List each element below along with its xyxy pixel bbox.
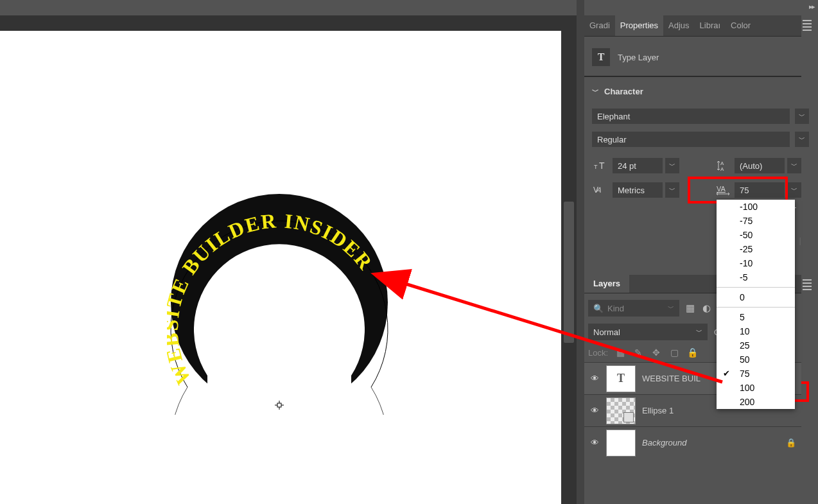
layer-thumbnail[interactable] xyxy=(606,397,636,424)
blend-mode-select[interactable]: Normal ﹀ xyxy=(588,324,708,340)
kerning-value: Metrics xyxy=(618,186,645,195)
layers-filter-placeholder: Kind xyxy=(607,304,624,313)
layer-name[interactable]: Ellipse 1 xyxy=(642,406,674,415)
leading-dropdown-button[interactable]: ﹀ xyxy=(787,158,801,173)
path-anchor-handle[interactable] xyxy=(275,401,284,410)
font-family-value: Elephant xyxy=(597,112,630,121)
visibility-toggle-icon[interactable]: 👁 xyxy=(589,374,600,383)
lock-all-icon[interactable]: 🔒 xyxy=(686,347,698,358)
leading-input[interactable]: (Auto) xyxy=(735,158,785,173)
kerning-icon: VA xyxy=(592,182,610,198)
svg-text:A: A xyxy=(720,166,724,171)
visibility-toggle-icon[interactable]: 👁 xyxy=(589,438,600,448)
tracking-option[interactable]: -25 xyxy=(717,242,795,256)
panel-divider-icon: | xyxy=(799,236,801,245)
svg-text:A: A xyxy=(720,161,724,166)
layers-filter-kind[interactable]: 🔍 Kind ﹀ xyxy=(588,300,679,317)
layer-thumbnail[interactable]: T xyxy=(606,365,636,392)
svg-rect-3 xyxy=(277,403,281,407)
kerning-dropdown-button[interactable]: ﹀ xyxy=(665,182,679,198)
curved-text-artwork[interactable]: WEBSITE BUILDER INSIDER xyxy=(167,190,392,415)
layer-item-background[interactable]: 👁 Background 🔒 xyxy=(584,426,801,458)
tab-gradient[interactable]: Gradi xyxy=(584,15,615,36)
tracking-option[interactable]: -100 xyxy=(717,200,795,214)
tracking-option[interactable]: 50 xyxy=(717,352,795,367)
panel-tabs: Gradi Properties Adjus Libraı Color xyxy=(584,15,801,37)
font-style-row: Regular ﹀ xyxy=(584,128,809,150)
check-icon: ✔ xyxy=(723,369,730,378)
tracking-option-selected[interactable]: ✔75 xyxy=(717,367,795,381)
tracking-option[interactable]: 10 xyxy=(717,324,795,338)
svg-text:T: T xyxy=(599,161,605,171)
font-size-value: 24 pt xyxy=(618,161,636,171)
panel-gutter xyxy=(577,0,584,504)
layer-name[interactable]: WEBSITE BUIL xyxy=(642,374,701,383)
lock-icon[interactable]: 🔒 xyxy=(786,438,796,448)
tracking-option[interactable]: 5 xyxy=(717,310,795,324)
lock-brush-icon[interactable]: ✎ xyxy=(632,347,644,358)
tracking-option[interactable]: -50 xyxy=(717,228,795,242)
lock-position-icon[interactable]: ✥ xyxy=(650,347,662,358)
right-panel: ▸▸ Gradi Properties Adjus Libraı Color T… xyxy=(577,0,818,504)
tab-properties[interactable]: Properties xyxy=(615,15,663,36)
filter-pixel-icon[interactable]: ▦ xyxy=(686,302,695,314)
tab-libraries[interactable]: Libraı xyxy=(695,15,726,36)
leading-icon: AA xyxy=(714,158,732,173)
font-family-row: Elephant ﹀ xyxy=(584,105,809,127)
font-family-dropdown-button[interactable]: ﹀ xyxy=(795,109,809,124)
chevron-down-icon: ﹀ xyxy=(696,327,702,336)
font-size-dropdown-button[interactable]: ﹀ xyxy=(665,158,679,173)
tracking-option[interactable]: 0 xyxy=(717,290,795,304)
canvas-area: WEBSITE BUILDER INSIDER xyxy=(0,15,577,504)
font-family-select[interactable]: Elephant xyxy=(592,109,790,124)
layers-heading-label: Layers xyxy=(584,275,629,293)
character-heading[interactable]: ﹀ Character xyxy=(584,82,809,100)
filter-adjustment-icon[interactable]: ◐ xyxy=(702,302,711,314)
font-size-input[interactable]: 24 pt xyxy=(613,158,663,173)
leading-value: (Auto) xyxy=(740,161,762,171)
layer-name[interactable]: Background xyxy=(642,438,686,448)
tracking-dropdown-button[interactable]: ﹀ xyxy=(787,182,801,198)
expand-panel-icon[interactable]: ▸▸ xyxy=(809,3,814,11)
type-layer-row: T Type Layer xyxy=(584,42,809,72)
search-icon: 🔍 xyxy=(593,304,604,313)
chevron-down-icon: ﹀ xyxy=(668,304,674,313)
tracking-option[interactable]: 200 xyxy=(717,395,795,409)
font-style-dropdown-button[interactable]: ﹀ xyxy=(795,132,809,147)
tracking-option[interactable]: 100 xyxy=(717,381,795,395)
font-style-value: Regular xyxy=(597,135,627,144)
document-canvas[interactable]: WEBSITE BUILDER INSIDER xyxy=(0,31,561,504)
tracking-option[interactable]: -10 xyxy=(717,256,795,270)
canvas-scrollbar-thumb[interactable] xyxy=(564,202,574,343)
visibility-toggle-icon[interactable]: 👁 xyxy=(589,406,600,415)
svg-text:T: T xyxy=(594,164,598,170)
tracking-dropdown[interactable]: -100 -75 -50 -25 -10 -5 0 5 10 25 50 ✔75… xyxy=(717,200,795,409)
type-layer-label: Type Layer xyxy=(618,53,659,62)
layers-menu-icon[interactable] xyxy=(800,277,814,291)
tracking-option[interactable]: -5 xyxy=(717,270,795,284)
tab-color[interactable]: Color xyxy=(726,15,756,36)
app-top-bar xyxy=(0,0,577,15)
tab-adjustments[interactable]: Adjus xyxy=(663,15,695,36)
chevron-down-icon: ﹀ xyxy=(592,87,599,96)
shape-badge-icon xyxy=(623,412,634,422)
lock-artboard-icon[interactable]: ▢ xyxy=(668,347,680,358)
lock-pixels-icon[interactable]: ▦ xyxy=(614,347,626,358)
tracking-option[interactable]: -75 xyxy=(717,214,795,228)
lock-label: Lock: xyxy=(588,348,608,358)
font-style-select[interactable]: Regular xyxy=(592,132,790,147)
tracking-option[interactable]: 25 xyxy=(717,338,795,352)
blend-mode-value: Normal xyxy=(593,327,620,337)
type-layer-icon: T xyxy=(592,48,610,66)
font-size-icon: TT xyxy=(592,158,610,173)
kerning-input[interactable]: Metrics xyxy=(613,182,663,198)
divider xyxy=(584,76,801,77)
layer-thumbnail[interactable] xyxy=(606,430,636,456)
size-leading-row: TT 24 pt ﹀ AA (Auto) ﹀ xyxy=(584,154,809,177)
character-heading-label: Character xyxy=(604,87,643,96)
panel-menu-icon[interactable] xyxy=(800,18,814,32)
